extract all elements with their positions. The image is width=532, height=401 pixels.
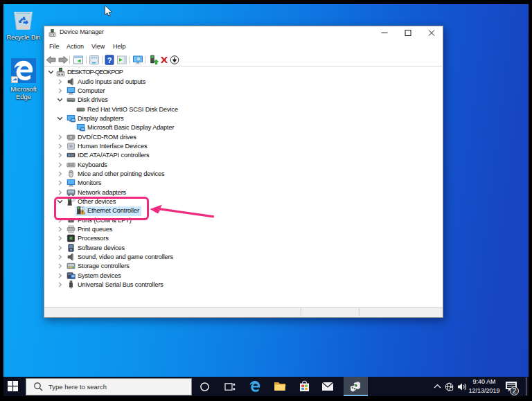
svg-text:?: ? [107,56,112,64]
svg-text:2: 2 [513,386,517,395]
